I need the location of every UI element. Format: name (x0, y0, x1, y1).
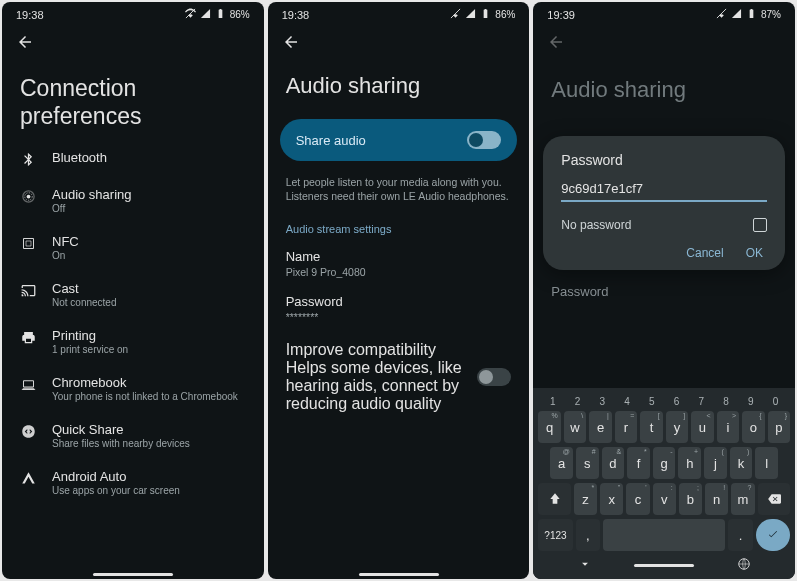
compat-toggle[interactable] (477, 368, 511, 386)
screen-connection-prefs: 19:38 86% Connection preferences Bluetoo… (2, 2, 264, 579)
key-i[interactable]: i> (717, 411, 739, 443)
battery-text: 87% (761, 9, 781, 20)
key-k[interactable]: k) (730, 447, 753, 479)
key-period[interactable]: . (728, 519, 752, 551)
key-p[interactable]: p} (768, 411, 790, 443)
label: Password (551, 284, 777, 299)
key-o[interactable]: o{ (742, 411, 764, 443)
share-audio-toggle[interactable] (467, 131, 501, 149)
back-button[interactable] (547, 37, 565, 54)
keyboard: 1234567890 q% w\ e| r= t[ y] u< i> o{ p}… (533, 388, 795, 579)
key-y[interactable]: y] (666, 411, 688, 443)
ok-button[interactable]: OK (746, 246, 763, 260)
battery-icon (215, 8, 226, 21)
value: Pixel 9 Pro_4080 (286, 266, 512, 278)
label: Name (286, 249, 512, 264)
key-s[interactable]: s# (576, 447, 599, 479)
android-auto-icon (20, 469, 36, 486)
item-cast[interactable]: CastNot connected (2, 271, 264, 318)
key-n[interactable]: n! (705, 483, 728, 515)
key-space[interactable] (603, 519, 725, 551)
item-chromebook[interactable]: ChromebookYour phone is not linked to a … (2, 365, 264, 412)
key-comma[interactable]: , (576, 519, 600, 551)
page-title: Audio sharing (533, 61, 795, 111)
key-l[interactable]: l (755, 447, 778, 479)
key-e[interactable]: e| (589, 411, 611, 443)
quick-share-icon (20, 422, 36, 439)
key-a[interactable]: a@ (550, 447, 573, 479)
key-symbols[interactable]: ?123 (538, 519, 572, 551)
item-nfc[interactable]: NFCOn (2, 224, 264, 271)
label: NFC (52, 234, 79, 249)
password-input[interactable] (561, 178, 767, 202)
key-d[interactable]: d& (602, 447, 625, 479)
label: Quick Share (52, 422, 190, 437)
sub: 1 print service on (52, 344, 128, 355)
label: Audio sharing (52, 187, 132, 202)
status-bar: 19:38 86% (2, 2, 264, 23)
no-password-checkbox[interactable] (753, 218, 767, 232)
sub: Your phone is not linked to a Chromebook (52, 391, 238, 402)
key-c[interactable]: c' (626, 483, 649, 515)
nav-globe-icon[interactable] (737, 557, 751, 573)
item-printing[interactable]: Printing1 print service on (2, 318, 264, 365)
key-b[interactable]: b; (679, 483, 702, 515)
signal-icon (200, 8, 211, 21)
svg-point-1 (26, 195, 30, 199)
chromebook-icon (20, 375, 36, 392)
key-r[interactable]: r= (615, 411, 637, 443)
key-g[interactable]: g- (653, 447, 676, 479)
clock: 19:38 (282, 9, 310, 21)
setting-password-bg: Password (533, 276, 795, 307)
setting-compat[interactable]: Improve compatibility Helps some devices… (268, 331, 530, 423)
key-backspace[interactable] (758, 483, 791, 515)
battery-icon (480, 8, 491, 21)
nav-handle[interactable] (93, 573, 173, 576)
audio-sharing-icon (20, 187, 36, 204)
clock: 19:38 (16, 9, 44, 21)
key-v[interactable]: v: (653, 483, 676, 515)
wifi-off-icon (716, 8, 727, 21)
setting-password[interactable]: Password ******** (268, 286, 530, 331)
label: Printing (52, 328, 128, 343)
screen-password-dialog: 19:39 87% Audio sharing Name Pixel 9 Pro… (533, 2, 795, 579)
key-q[interactable]: q% (538, 411, 560, 443)
key-shift[interactable] (538, 483, 571, 515)
key-w[interactable]: w\ (564, 411, 586, 443)
sub: Not connected (52, 297, 117, 308)
nav-handle[interactable] (359, 573, 439, 576)
back-button[interactable] (282, 37, 300, 54)
value: ******** (286, 311, 512, 323)
item-audio-sharing[interactable]: Audio sharingOff (2, 177, 264, 224)
label: Chromebook (52, 375, 238, 390)
key-z[interactable]: z* (574, 483, 597, 515)
item-android-auto[interactable]: Android AutoUse apps on your car screen (2, 459, 264, 506)
key-u[interactable]: u< (691, 411, 713, 443)
dialog-title: Password (561, 152, 767, 168)
key-m[interactable]: m? (731, 483, 754, 515)
back-button[interactable] (16, 37, 34, 54)
cancel-button[interactable]: Cancel (686, 246, 723, 260)
item-bluetooth[interactable]: Bluetooth (2, 140, 264, 177)
label: Password (286, 294, 512, 309)
password-dialog: Password No password Cancel OK (543, 136, 785, 270)
battery-icon (746, 8, 757, 21)
nav-handle-short[interactable] (634, 564, 694, 567)
key-t[interactable]: t[ (640, 411, 662, 443)
bluetooth-icon (20, 150, 36, 167)
sub: On (52, 250, 79, 261)
page-title: Connection preferences (2, 61, 264, 134)
nav-collapse-icon[interactable] (578, 557, 592, 573)
label: Cast (52, 281, 117, 296)
key-enter[interactable] (756, 519, 790, 551)
screen-audio-sharing: 19:38 86% Audio sharing Share audio Let … (268, 2, 530, 579)
key-h[interactable]: h+ (678, 447, 701, 479)
key-f[interactable]: f* (627, 447, 650, 479)
key-x[interactable]: x" (600, 483, 623, 515)
sub: Share files with nearby devices (52, 438, 190, 449)
setting-name[interactable]: Name Pixel 9 Pro_4080 (268, 241, 530, 286)
item-quick-share[interactable]: Quick ShareShare files with nearby devic… (2, 412, 264, 459)
share-audio-desc: Let people listen to your media along wi… (268, 171, 530, 213)
share-audio-toggle-row[interactable]: Share audio (280, 119, 518, 161)
key-j[interactable]: j( (704, 447, 727, 479)
